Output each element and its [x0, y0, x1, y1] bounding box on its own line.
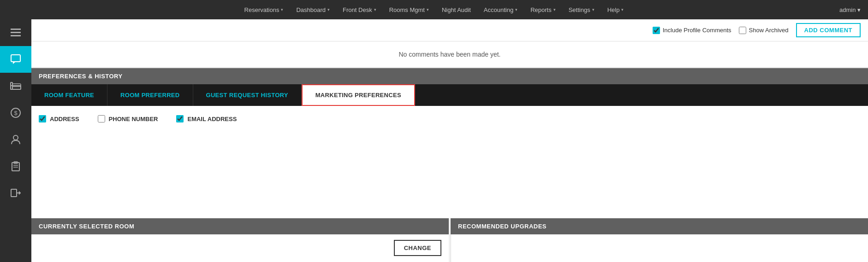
preferences-header: PREFERENCES & HISTORY — [31, 68, 868, 84]
address-checkbox[interactable]: ADDRESS — [39, 115, 79, 122]
email-input[interactable] — [176, 115, 184, 122]
chevron-down-icon: ▾ — [281, 7, 283, 12]
person-icon[interactable] — [0, 126, 31, 153]
marketing-checkboxes: ADDRESS PHONE NUMBER EMAIL ADDRESS — [39, 115, 861, 122]
phone-checkbox[interactable]: PHONE NUMBER — [98, 115, 158, 122]
chevron-down-icon: ▾ — [374, 7, 376, 12]
chevron-down-icon: ▾ — [592, 7, 595, 12]
nav-nightaudit[interactable]: Night Audit — [435, 0, 477, 19]
dollar-icon[interactable]: $ — [0, 99, 31, 126]
svg-rect-0 — [11, 29, 21, 30]
upgrades-header: RECOMMENDED UPGRADES — [451, 218, 868, 234]
show-archived-input[interactable] — [739, 27, 746, 34]
marketing-preferences-content: ADDRESS PHONE NUMBER EMAIL ADDRESS — [31, 106, 868, 218]
address-input[interactable] — [39, 115, 46, 122]
clipboard-icon[interactable] — [0, 153, 31, 180]
sidebar: $ — [0, 19, 31, 262]
change-button[interactable]: CHANGE — [394, 240, 441, 256]
chat-icon[interactable] — [0, 46, 31, 73]
currently-selected-room-panel: CURRENTLY SELECTED ROOM CHANGE — [31, 218, 449, 262]
nav-help[interactable]: Help ▾ — [601, 0, 630, 19]
preferences-tabs: ROOM FEATURE ROOM PREFERRED GUEST REQUES… — [31, 84, 868, 106]
top-nav: Reservations ▾ Dashboard ▾ Front Desk ▾ … — [0, 0, 868, 19]
comments-toolbar: Include Profile Comments Show Archived A… — [31, 19, 868, 41]
include-profile-checkbox[interactable]: Include Profile Comments — [653, 27, 731, 34]
comments-controls: Include Profile Comments Show Archived A… — [653, 23, 861, 37]
chevron-down-icon: ▾ — [621, 7, 624, 12]
add-comment-button[interactable]: ADD COMMENT — [796, 23, 861, 37]
nav-reservations[interactable]: Reservations ▾ — [238, 0, 290, 19]
svg-rect-2 — [11, 35, 21, 36]
nav-items: Reservations ▾ Dashboard ▾ Front Desk ▾ … — [238, 0, 630, 19]
tab-guest-request-history[interactable]: GUEST REQUEST HISTORY — [193, 84, 302, 106]
nav-roomsmgmt[interactable]: Rooms Mgmt ▾ — [383, 0, 435, 19]
nav-dashboard[interactable]: Dashboard ▾ — [290, 0, 336, 19]
menu-icon[interactable] — [0, 19, 31, 46]
svg-rect-15 — [11, 189, 17, 197]
nav-accounting[interactable]: Accounting ▾ — [477, 0, 524, 19]
show-archived-checkbox[interactable]: Show Archived — [739, 27, 789, 34]
chevron-down-icon: ▾ — [327, 7, 330, 12]
bed-icon[interactable] — [0, 73, 31, 99]
main-content: Include Profile Comments Show Archived A… — [31, 19, 868, 262]
admin-menu[interactable]: admin ▾ — [839, 6, 861, 13]
phone-input[interactable] — [98, 115, 105, 122]
tab-marketing-preferences[interactable]: MARKETING PREFERENCES — [302, 84, 415, 106]
svg-marker-4 — [13, 62, 16, 64]
svg-text:$: $ — [14, 110, 18, 116]
svg-point-10 — [13, 135, 18, 140]
chevron-down-icon: ▾ — [553, 7, 556, 12]
bottom-panels: CURRENTLY SELECTED ROOM CHANGE RECOMMEND… — [31, 218, 868, 262]
no-comments-message: No comments have been made yet. — [31, 41, 868, 68]
exit-icon[interactable] — [0, 180, 31, 206]
tab-room-feature[interactable]: ROOM FEATURE — [31, 84, 107, 106]
nav-frontdesk[interactable]: Front Desk ▾ — [336, 0, 383, 19]
upgrades-body — [451, 234, 868, 262]
svg-rect-1 — [11, 32, 21, 33]
tab-room-preferred[interactable]: ROOM PREFERRED — [107, 84, 193, 106]
include-profile-input[interactable] — [653, 27, 660, 34]
nav-settings[interactable]: Settings ▾ — [562, 0, 601, 19]
email-checkbox[interactable]: EMAIL ADDRESS — [176, 115, 237, 122]
recommended-upgrades-panel: RECOMMENDED UPGRADES — [449, 218, 868, 262]
chevron-down-icon: ▾ — [515, 7, 517, 12]
nav-reports[interactable]: Reports ▾ — [524, 0, 562, 19]
chevron-down-icon: ▾ — [427, 7, 429, 12]
layout: $ Include Profile Comments Show Archived — [0, 19, 868, 262]
selected-room-header: CURRENTLY SELECTED ROOM — [31, 218, 449, 234]
svg-rect-3 — [11, 55, 20, 62]
preferences-section: PREFERENCES & HISTORY ROOM FEATURE ROOM … — [31, 68, 868, 218]
selected-room-body: CHANGE — [31, 234, 449, 262]
